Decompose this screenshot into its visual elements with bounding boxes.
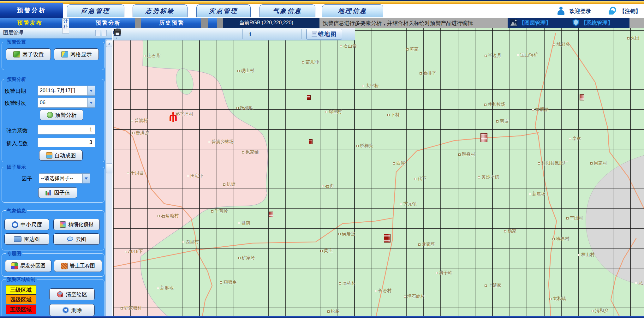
tab-warning-analysis[interactable]: 预警分析	[0, 3, 63, 18]
place-marker-icon	[121, 307, 123, 309]
group-legend: 预警设置	[6, 39, 27, 45]
scrollbar-thumb[interactable]	[106, 163, 112, 173]
map-place-label: 上石背	[144, 53, 160, 59]
map-place-label: 黄庄	[320, 248, 333, 254]
map-place-label: 周家村	[590, 160, 607, 166]
clipped-text-fragment: 计科	[62, 18, 69, 33]
map-place-label: 宝山铜矿	[517, 52, 538, 58]
plot-icon[interactable]	[278, 29, 289, 39]
geotechnical-map-icon	[61, 263, 68, 269]
zoom-previous-icon[interactable]	[208, 29, 219, 39]
factor-settings-button[interactable]: 因子设置	[6, 48, 51, 60]
group-thematic-maps: 专题图 易发分区图 岩土工程图	[2, 253, 104, 277]
chevron-down-icon[interactable]	[87, 98, 95, 107]
tab-disaster-points[interactable]: 灾点管理	[196, 4, 251, 17]
place-marker-icon	[211, 210, 213, 213]
grid-sheet-icon[interactable]	[152, 29, 164, 39]
susceptibility-zone-map-button[interactable]: 易发分区图	[5, 260, 51, 272]
pan-hand-icon[interactable]	[197, 29, 208, 39]
panel-title-bar: 图层管理	[0, 28, 112, 39]
panel-minimize-button[interactable]	[95, 30, 100, 36]
map-place-label: 龙家坪	[418, 242, 435, 247]
disaster-point-marker[interactable]	[480, 133, 487, 142]
factor-select[interactable]: --请选择因子--	[39, 173, 90, 183]
map-place-label: 共和牧场	[484, 102, 505, 107]
warning-time-label: 预警时次	[4, 99, 26, 107]
warning-date-label: 预警日期	[4, 87, 26, 95]
logout-button[interactable]: 【注销】	[619, 8, 641, 15]
delete-x-icon	[62, 307, 69, 314]
place-marker-icon	[322, 185, 324, 187]
subtab-history-warning[interactable]: 历史预警	[145, 18, 198, 28]
tab-situation-plotting[interactable]: 态势标绘	[133, 4, 188, 17]
scroll-up-arrow-icon[interactable]: ▲	[106, 40, 112, 47]
place-marker-icon	[635, 282, 637, 284]
tab-geographic-info[interactable]: 地理信息	[322, 4, 383, 17]
tab-emergency-management[interactable]: 应急管理	[67, 4, 124, 17]
identify-info-icon[interactable]: i	[245, 29, 256, 39]
map-place-label: 黄沙坪镇	[478, 174, 499, 180]
sidebar-scrollbar[interactable]: ▲	[105, 39, 112, 318]
chevron-down-icon[interactable]	[82, 174, 90, 183]
red-anchor-symbol: ψ	[169, 114, 177, 123]
auto-chart-button[interactable]: 自动成图	[39, 150, 83, 161]
delete-button[interactable]: 删除	[49, 304, 95, 316]
map-place-label: 蒋家	[406, 46, 419, 52]
map-place-label: 新排下	[420, 70, 436, 76]
save-icon[interactable]	[267, 29, 278, 39]
fine-forecast-button[interactable]: 精细化预报	[53, 219, 100, 230]
clear-drawn-region-button[interactable]: 清空绘区	[49, 288, 95, 300]
place-marker-icon	[338, 233, 341, 235]
disaster-point-marker[interactable]	[307, 95, 311, 100]
map-viewport[interactable]: 上石背石山青蒋家城郊乡火田苗儿冲半边月宝山铜矿观山村新排下太平桥杨柳凤锦里村下料…	[113, 28, 644, 318]
place-marker-icon	[208, 141, 210, 143]
insert-points-input[interactable]	[38, 138, 95, 147]
level4-region-swatch[interactable]: 四级区域	[6, 295, 36, 304]
factor-settings-icon	[13, 51, 20, 57]
map-place-label: 黄腊塘	[532, 107, 549, 112]
level3-region-swatch[interactable]: 三级区域	[6, 285, 36, 295]
grid-display-button[interactable]: 网格显示	[54, 48, 99, 60]
warning-analyze-button[interactable]: 预警分析	[40, 110, 83, 120]
geotechnical-map-button[interactable]: 岩土工程图	[54, 260, 102, 272]
layer-manage-button[interactable]: 【图层管理】	[508, 18, 570, 28]
susceptibility-zone-map-label: 易发分区图	[20, 263, 45, 269]
disaster-point-marker[interactable]	[384, 234, 391, 243]
chevron-down-icon[interactable]	[87, 86, 95, 95]
map-3d-button[interactable]: 三维地图	[306, 29, 342, 39]
map-place-label: 太和镇	[549, 296, 566, 302]
map-place-label: 松柏	[327, 309, 340, 314]
pause-icon[interactable]	[219, 29, 230, 39]
warning-date-select[interactable]: 2011年 7月17日	[38, 86, 95, 96]
disaster-point-marker[interactable]	[269, 212, 273, 217]
disaster-point-marker[interactable]	[309, 139, 313, 144]
zone-map-icon	[11, 262, 18, 269]
meso-scale-button[interactable]: 中小尺度	[4, 219, 49, 230]
print-icon[interactable]	[289, 29, 300, 39]
zoom-in-icon[interactable]	[164, 29, 175, 39]
map-place-label: 桂阳县氮肥厂	[538, 160, 568, 166]
disaster-point-marker[interactable]	[580, 94, 584, 100]
place-marker-icon	[393, 162, 395, 165]
panel-close-button[interactable]	[102, 30, 107, 36]
place-marker-icon	[478, 176, 480, 178]
refresh-swap-icon[interactable]	[230, 29, 241, 39]
export-icon[interactable]	[256, 29, 267, 39]
map-place-label: 矿家岭	[238, 255, 255, 261]
tension-coefficient-input[interactable]	[38, 125, 95, 135]
map-place-label: 地界村	[552, 236, 569, 242]
level5-region-swatch[interactable]: 五级区域	[6, 305, 36, 314]
map-place-label: 长汾村	[375, 288, 391, 294]
zoom-out-icon[interactable]	[175, 29, 186, 39]
subtab-warning-publish[interactable]: 预警发布	[0, 18, 60, 28]
tab-weather-info[interactable]: 气象信息	[259, 4, 315, 17]
measure-polygon-icon[interactable]	[141, 29, 152, 39]
subtab-warning-analysis[interactable]: 预警分析	[81, 18, 135, 28]
warning-time-select[interactable]: 06	[38, 98, 95, 108]
radar-chart-button[interactable]: 雷达图	[4, 233, 49, 245]
measure-circle-icon[interactable]	[130, 29, 141, 39]
cloud-chart-button[interactable]: 云图	[53, 233, 100, 245]
system-manage-button[interactable]: 【系统管理】	[570, 18, 629, 28]
full-extent-globe-icon[interactable]	[186, 29, 197, 39]
factor-value-button[interactable]: 因子值	[38, 187, 77, 198]
